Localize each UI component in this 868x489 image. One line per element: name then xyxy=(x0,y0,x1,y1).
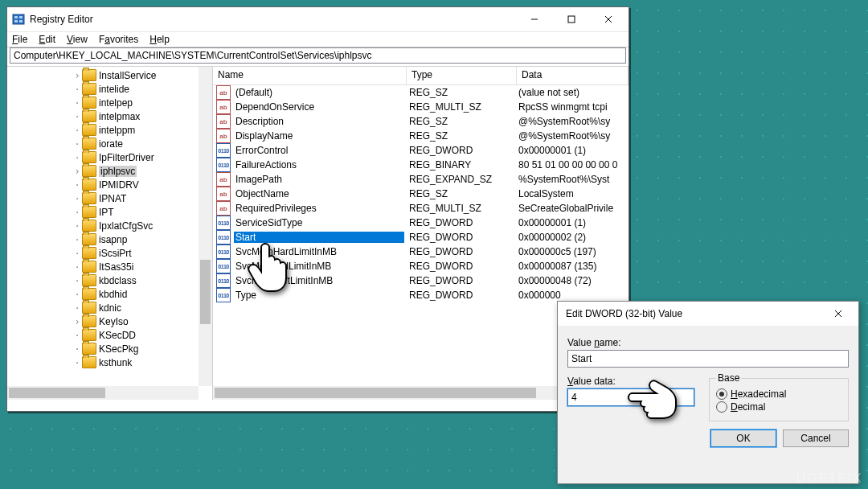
value-row[interactable]: 011 0SvcMemHardLimitInMBREG_DWORD0x00000… xyxy=(213,244,628,259)
tree-item[interactable]: ·KSecPkg xyxy=(9,342,199,355)
tree-item[interactable]: ·intelpmax xyxy=(9,109,199,123)
radio-hexadecimal[interactable]: Hexadecimal xyxy=(716,388,841,400)
expand-icon[interactable]: · xyxy=(73,343,81,355)
folder-icon xyxy=(82,206,96,218)
value-row[interactable]: abRequiredPrivilegesREG_MULTI_SZSeCreate… xyxy=(213,201,628,216)
close-button[interactable] xyxy=(590,7,627,31)
tree-item-label: intelpmax xyxy=(99,111,140,122)
tree-item[interactable]: ›InstallService xyxy=(9,68,199,82)
expand-icon[interactable]: · xyxy=(73,207,81,218)
expand-icon[interactable]: · xyxy=(73,248,81,259)
tree-item[interactable]: ·iScsiPrt xyxy=(9,246,199,260)
tree-item[interactable]: ·IpxlatCfgSvc xyxy=(9,219,199,232)
value-row[interactable]: 011 0FailureActionsREG_BINARY80 51 01 00… xyxy=(213,158,628,172)
tree-item[interactable]: ·isapnp xyxy=(9,232,199,246)
value-data: RpcSS winmgmt tcpi xyxy=(514,101,628,113)
tree-item[interactable]: ·KSecDD xyxy=(9,328,199,342)
tree-item[interactable]: ·IPMIDRV xyxy=(9,178,199,191)
folder-icon xyxy=(82,343,96,355)
column-name[interactable]: Name xyxy=(213,67,407,84)
expand-icon[interactable]: · xyxy=(73,357,81,368)
tree-scrollbar-vertical[interactable] xyxy=(199,67,212,386)
svg-rect-1 xyxy=(14,16,18,18)
expand-icon[interactable]: · xyxy=(73,111,81,122)
value-data: 0x000000 xyxy=(514,290,628,301)
value-row[interactable]: abDependOnServiceREG_MULTI_SZRpcSS winmg… xyxy=(213,100,628,114)
address-bar[interactable]: Computer\HKEY_LOCAL_MACHINE\SYSTEM\Curre… xyxy=(10,47,626,64)
value-row[interactable]: 011 0SvcMemMidLimitInMBREG_DWORD0x000000… xyxy=(213,259,628,273)
svg-rect-0 xyxy=(13,14,24,24)
tree-item-label: ksthunk xyxy=(99,357,132,368)
value-type: REG_DWORD xyxy=(404,246,514,257)
menu-view[interactable]: View xyxy=(67,34,88,45)
expand-icon[interactable]: · xyxy=(73,179,81,191)
dialog-titlebar[interactable]: Edit DWORD (32-bit) Value xyxy=(558,302,858,326)
titlebar[interactable]: Registry Editor xyxy=(7,7,628,32)
value-row[interactable]: abObjectNameREG_SZLocalSystem xyxy=(213,187,628,201)
expand-icon[interactable]: · xyxy=(73,275,81,286)
expand-icon[interactable]: · xyxy=(73,152,81,163)
value-row[interactable]: abDisplayNameREG_SZ@%SystemRoot%\sy xyxy=(213,129,628,143)
tree-item[interactable]: ›iphlpsvc xyxy=(9,164,199,178)
tree-item[interactable]: ·ksthunk xyxy=(9,355,199,369)
tree-item[interactable]: ·intelpep xyxy=(9,96,199,109)
column-type[interactable]: Type xyxy=(407,67,517,84)
menu-help[interactable]: Help xyxy=(149,34,170,45)
cancel-button[interactable]: Cancel xyxy=(783,429,849,447)
value-row[interactable]: 011 0ServiceSidTypeREG_DWORD0x00000001 (… xyxy=(213,216,628,230)
expand-icon[interactable]: · xyxy=(73,84,81,95)
expand-icon[interactable]: › xyxy=(73,166,81,177)
value-row[interactable]: 011 0SvcMemSoftLimitInMBREG_DWORD0x00000… xyxy=(213,273,628,288)
value-data: SeCreateGlobalPrivile xyxy=(514,203,628,214)
value-data: 0x00000001 (1) xyxy=(514,145,628,156)
value-type: REG_SZ xyxy=(404,116,514,127)
value-row[interactable]: 011 0ErrorControlREG_DWORD0x00000001 (1) xyxy=(213,143,628,158)
menu-bar: File Edit View Favorites Help xyxy=(7,32,628,47)
tree-item[interactable]: ·IPT xyxy=(9,205,199,219)
expand-icon[interactable]: › xyxy=(73,70,81,81)
folder-icon xyxy=(82,329,96,341)
tree-item[interactable]: ›KeyIso xyxy=(9,314,199,328)
value-row[interactable]: abImagePathREG_EXPAND_SZ%SystemRoot%\Sys… xyxy=(213,172,628,187)
folder-icon xyxy=(82,151,96,163)
menu-favorites[interactable]: Favorites xyxy=(99,34,138,45)
expand-icon[interactable]: · xyxy=(73,193,81,204)
menu-file[interactable]: File xyxy=(12,34,27,45)
value-row[interactable]: abDescriptionREG_SZ@%SystemRoot%\sy xyxy=(213,114,628,129)
value-row[interactable]: ab(Default)REG_SZ(value not set) xyxy=(213,85,628,100)
value-name: DependOnService xyxy=(234,101,404,113)
value-name: Type xyxy=(234,290,404,301)
tree-item[interactable]: ·IpFilterDriver xyxy=(9,150,199,164)
expand-icon[interactable]: · xyxy=(73,125,81,136)
expand-icon[interactable]: · xyxy=(73,220,81,232)
expand-icon[interactable]: · xyxy=(73,330,81,341)
folder-icon xyxy=(82,97,96,109)
expand-icon[interactable]: · xyxy=(73,289,81,300)
tree-item[interactable]: ·iorate xyxy=(9,137,199,150)
expand-icon[interactable]: · xyxy=(73,138,81,150)
expand-icon[interactable]: · xyxy=(73,261,81,273)
tree-item[interactable]: ·kdnic xyxy=(9,301,199,314)
radio-decimal[interactable]: Decimal xyxy=(716,401,841,413)
tree-item[interactable]: ·ItSas35i xyxy=(9,260,199,273)
value-data-field[interactable] xyxy=(567,388,694,406)
ok-button[interactable]: OK xyxy=(710,429,776,447)
tree-scrollbar-horizontal[interactable] xyxy=(7,386,199,400)
tree-item[interactable]: ·kbdclass xyxy=(9,273,199,287)
expand-icon[interactable]: · xyxy=(73,302,81,314)
expand-icon[interactable]: · xyxy=(73,97,81,109)
expand-icon[interactable]: · xyxy=(73,234,81,245)
expand-icon[interactable]: › xyxy=(73,316,81,327)
dialog-close-button[interactable] xyxy=(820,302,857,326)
tree-item[interactable]: ·intelide xyxy=(9,82,199,96)
value-name-field[interactable] xyxy=(567,350,849,368)
minimize-button[interactable] xyxy=(516,7,553,31)
column-data[interactable]: Data xyxy=(517,67,628,84)
maximize-button[interactable] xyxy=(553,7,590,31)
menu-edit[interactable]: Edit xyxy=(39,34,55,45)
tree-item[interactable]: ·kbdhid xyxy=(9,287,199,301)
tree-item[interactable]: ·intelppm xyxy=(9,123,199,137)
value-row[interactable]: 011 0StartREG_DWORD0x00000002 (2) xyxy=(213,230,628,244)
tree-item-label: kdnic xyxy=(99,302,121,314)
tree-item[interactable]: ·IPNAT xyxy=(9,191,199,205)
